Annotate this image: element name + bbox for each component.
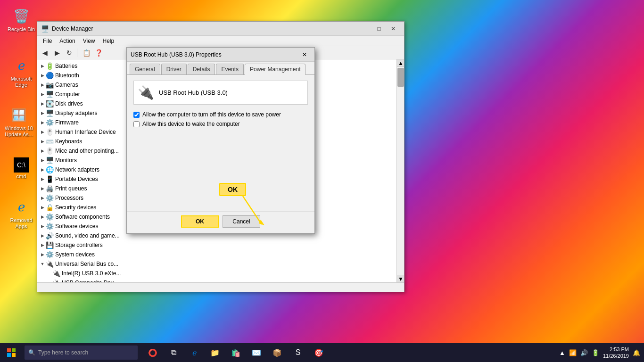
- taskbar-app1-icon[interactable]: S: [289, 343, 307, 362]
- expand-arrow: ▶: [39, 148, 46, 153]
- tray-chevron[interactable]: ▲: [559, 349, 565, 356]
- device-large-icon: 🔌: [138, 85, 154, 100]
- tab-general[interactable]: General: [130, 64, 160, 74]
- recycle-bin-icon: 🗑️: [12, 7, 31, 25]
- keyboards-icon: ⌨️: [46, 138, 53, 145]
- device-name-label: USB Root Hub (USB 3.0): [159, 89, 228, 96]
- scroll-down-button[interactable]: ▼: [397, 275, 404, 282]
- tab-events[interactable]: Events: [216, 64, 244, 74]
- properties-dialog: USB Root Hub (USB 3.0) Properties ✕ Gene…: [126, 47, 315, 234]
- forward-button[interactable]: ▶: [51, 48, 63, 58]
- tab-details[interactable]: Details: [188, 64, 215, 74]
- search-icon: 🔍: [28, 349, 35, 356]
- menu-file[interactable]: File: [39, 37, 56, 45]
- scroll-thumb[interactable]: [397, 68, 404, 87]
- clock[interactable]: 2:53 PM 11/26/2019: [603, 346, 629, 360]
- expand-arrow: ▶: [39, 101, 46, 106]
- tray-battery[interactable]: 🔋: [592, 349, 599, 356]
- taskbar-app2-icon[interactable]: 🎯: [309, 343, 328, 362]
- taskbar-store-icon[interactable]: 🛍️: [226, 343, 245, 362]
- usb-composite-icon: 🔌: [52, 279, 60, 282]
- taskbar-mail-icon[interactable]: ✉️: [247, 343, 266, 362]
- windows-update-icon: 🪟: [9, 106, 28, 124]
- device-manager-icon: 🖥️: [41, 25, 49, 33]
- bluetooth-icon: 🔵: [46, 72, 53, 79]
- ok-annotation-arrow: [238, 196, 276, 234]
- software-components-icon: ⚙️: [46, 213, 53, 221]
- windows-logo-icon: [7, 348, 16, 357]
- tray-network[interactable]: 📶: [569, 349, 577, 356]
- menu-view[interactable]: View: [79, 37, 99, 45]
- close-button[interactable]: ✕: [386, 22, 400, 36]
- taskbar-edge-icon[interactable]: ℯ: [185, 343, 204, 362]
- software-devices-icon: ⚙️: [46, 222, 53, 230]
- tab-power-management[interactable]: Power Management: [245, 64, 305, 75]
- computer-icon: 🖥️: [46, 90, 53, 98]
- scroll-up-button[interactable]: ▲: [397, 59, 404, 67]
- desktop-icon-edge[interactable]: ℯ Microsoft Edge: [5, 54, 38, 90]
- disk-drives-icon: 💽: [46, 100, 53, 107]
- desktop-icon-cmd[interactable]: C:\ cmd: [5, 156, 38, 181]
- tray-volume[interactable]: 🔊: [580, 349, 588, 356]
- expand-arrow: ▼: [39, 262, 46, 266]
- minimize-button[interactable]: ─: [358, 22, 372, 36]
- cmd-icon: C:\: [14, 157, 29, 173]
- desktop: 🗑️ Recycle Bin ℯ Microsoft Edge 🪟 Window…: [0, 0, 644, 362]
- start-button[interactable]: [0, 343, 23, 362]
- dialog-title: USB Root Hub (USB 3.0) Properties: [131, 51, 298, 58]
- menu-help[interactable]: Help: [99, 37, 118, 45]
- svg-line-0: [243, 196, 262, 224]
- batteries-icon: 🔋: [46, 62, 53, 70]
- ok-button[interactable]: OK: [181, 215, 219, 228]
- taskbar-icons: ⭕ ⧉ ℯ 📁 🛍️ ✉️ 📦 S 🎯: [143, 343, 328, 362]
- expand-arrow: ▶: [39, 243, 46, 247]
- refresh-button[interactable]: ↻: [64, 48, 75, 58]
- security-icon: 🔒: [46, 204, 53, 211]
- taskbar: 🔍 Type here to search ⭕ ⧉ ℯ 📁 🛍️ ✉️ 📦 S …: [0, 343, 644, 362]
- back-button[interactable]: ◀: [39, 48, 50, 58]
- expand-arrow: ▶: [39, 158, 46, 163]
- svg-rect-5: [12, 353, 16, 357]
- dialog-close-button[interactable]: ✕: [298, 49, 311, 61]
- tree-item-usb-composite[interactable]: 🔌 USB Composite Dev...: [37, 278, 169, 282]
- tree-item-storage[interactable]: ▶ 💾 Storage controllers: [37, 240, 169, 250]
- tree-item-usb-controllers[interactable]: ▼ 🔌 Universal Serial Bus co...: [37, 259, 169, 269]
- desktop-icon-removed-apps[interactable]: ℯ Removed Apps: [5, 196, 38, 231]
- desktop-icon-windows-update[interactable]: 🪟 Windows 10 Update As...: [2, 104, 35, 140]
- removed-apps-icon: ℯ: [12, 197, 31, 216]
- processors-icon: ⚙️: [46, 194, 53, 202]
- svg-rect-2: [7, 348, 11, 352]
- desktop-icon-recycle-bin[interactable]: 🗑️ Recycle Bin: [5, 5, 38, 34]
- taskbar-explorer-icon[interactable]: 📁: [206, 343, 224, 362]
- search-bar[interactable]: 🔍 Type here to search: [25, 346, 138, 360]
- prop-button[interactable]: 📋: [81, 48, 92, 58]
- dialog-body: 🔌 USB Root Hub (USB 3.0) Allow the compu…: [127, 75, 314, 136]
- tab-driver[interactable]: Driver: [161, 64, 187, 74]
- tray-notification[interactable]: 🔔: [633, 349, 640, 356]
- system-icon: ⚙️: [46, 251, 53, 258]
- portable-icon: 📱: [46, 175, 53, 183]
- tree-item-system[interactable]: ▶ ⚙️ System devices: [37, 250, 169, 259]
- taskbar-task-view-icon[interactable]: ⧉: [164, 343, 183, 362]
- cmd-label: cmd: [17, 173, 26, 180]
- expand-arrow: ▶: [39, 130, 46, 134]
- tree-item-intel-usb[interactable]: 🔌 Intel(R) USB 3.0 eXte...: [37, 269, 169, 278]
- taskbar-amazon-icon[interactable]: 📦: [268, 343, 287, 362]
- ok-annotation-bubble: OK: [219, 183, 246, 196]
- removed-apps-label: Removed Apps: [7, 217, 36, 230]
- tree-scrollbar[interactable]: ▲ ▼: [396, 59, 404, 282]
- taskbar-cortana-icon[interactable]: ⭕: [143, 343, 162, 362]
- allow-turnoff-checkbox[interactable]: [133, 112, 140, 118]
- allow-turnoff-label[interactable]: Allow the computer to turn off this devi…: [142, 111, 281, 118]
- checkbox-row-2: Allow this device to wake the computer: [133, 121, 308, 127]
- allow-wake-checkbox[interactable]: [133, 121, 140, 127]
- windows-update-label: Windows 10 Update As...: [4, 125, 33, 138]
- expand-arrow: ▶: [39, 64, 46, 68]
- menu-bar: File Action View Help: [37, 36, 404, 46]
- expand-arrow: ▶: [39, 167, 46, 172]
- menu-action[interactable]: Action: [56, 37, 79, 45]
- maximize-button[interactable]: □: [372, 22, 386, 36]
- device-header: 🔌 USB Root Hub (USB 3.0): [133, 81, 308, 105]
- allow-wake-label[interactable]: Allow this device to wake the computer: [142, 121, 240, 127]
- help-button[interactable]: ❓: [93, 48, 104, 58]
